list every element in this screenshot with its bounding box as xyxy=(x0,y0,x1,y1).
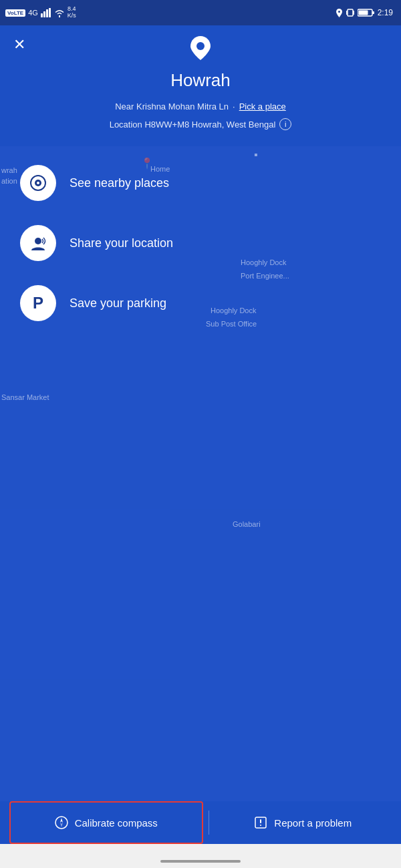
actions-panel: See nearby places Share your location xyxy=(0,146,401,340)
parking-icon-circle: P xyxy=(20,285,56,321)
svg-rect-1 xyxy=(43,11,45,17)
svg-point-14 xyxy=(37,182,39,184)
volte-badge: VoLTE xyxy=(5,9,25,17)
signal-icon xyxy=(41,8,51,17)
network-speed: 8.4K/s xyxy=(68,6,76,19)
svg-point-4 xyxy=(338,11,340,13)
report-problem-button[interactable]: Report a problem xyxy=(215,801,392,844)
svg-rect-5 xyxy=(348,9,353,16)
svg-rect-3 xyxy=(49,8,51,17)
action-share[interactable]: Share your location xyxy=(0,213,401,273)
status-left: VoLTE 4G 8.4K/s xyxy=(5,6,76,19)
status-right: 2:19 xyxy=(336,8,393,17)
map-label-sansar: Sansar Market xyxy=(1,393,49,401)
nearby-label: See nearby places xyxy=(70,176,169,190)
location-pin-icon xyxy=(190,36,211,65)
svg-rect-2 xyxy=(46,9,48,17)
status-bar: VoLTE 4G 8.4K/s xyxy=(0,0,401,25)
location-status-icon xyxy=(336,9,343,17)
close-button[interactable]: ✕ xyxy=(13,36,25,53)
svg-marker-18 xyxy=(60,823,63,827)
action-parking[interactable]: P Save your parking xyxy=(0,273,401,333)
share-icon-circle xyxy=(20,225,56,261)
battery-icon xyxy=(358,8,375,17)
header-panel: ✕ Howrah Near Krishna Mohan Mitra Ln · P… xyxy=(0,25,401,146)
city-name: Howrah xyxy=(170,70,231,91)
svg-point-15 xyxy=(35,238,41,244)
svg-rect-9 xyxy=(372,11,374,14)
bottom-divider xyxy=(209,811,209,835)
map-label-golabari: Golabari xyxy=(233,520,261,528)
svg-rect-21 xyxy=(260,825,261,826)
map-section: wrah ation Home 📍 ▪ Hooghly Dock Port En… xyxy=(0,146,401,837)
share-label: Share your location xyxy=(70,236,173,250)
bottom-bar: Calibrate compass Report a problem xyxy=(0,801,401,844)
vibrate-icon xyxy=(346,8,355,17)
svg-rect-6 xyxy=(346,11,348,15)
calibrate-compass-button[interactable]: Calibrate compass xyxy=(9,801,203,844)
compass-icon xyxy=(55,816,68,829)
time-display: 2:19 xyxy=(378,8,393,17)
dot-separator: · xyxy=(233,101,235,112)
address-row: Near Krishna Mohan Mitra Ln · Pick a pla… xyxy=(13,101,388,112)
home-bar xyxy=(160,860,241,863)
map-overlay: wrah ation Home 📍 ▪ Hooghly Dock Port En… xyxy=(0,146,401,837)
nearby-icon xyxy=(29,174,47,192)
svg-rect-0 xyxy=(41,13,43,17)
network-indicator: 4G xyxy=(28,9,38,17)
header-center: Howrah xyxy=(13,36,388,91)
svg-marker-17 xyxy=(60,818,63,823)
report-label: Report a problem xyxy=(274,817,352,829)
action-nearby[interactable]: See nearby places xyxy=(0,153,401,213)
calibrate-label: Calibrate compass xyxy=(75,817,158,829)
address-text: Near Krishna Mohan Mitra Ln xyxy=(115,101,229,112)
svg-rect-7 xyxy=(353,11,354,15)
parking-icon: P xyxy=(33,294,43,312)
info-icon[interactable]: i xyxy=(279,118,291,130)
wifi-icon xyxy=(54,9,65,17)
svg-point-11 xyxy=(196,42,205,50)
location-code-row: Location H8WW+M8 Howrah, West Bengal i xyxy=(13,118,388,130)
location-code-text: Location H8WW+M8 Howrah, West Bengal xyxy=(110,120,276,130)
nearby-icon-circle xyxy=(20,165,56,201)
share-location-icon xyxy=(29,234,47,252)
svg-rect-10 xyxy=(358,11,368,15)
svg-rect-20 xyxy=(260,819,261,823)
report-icon xyxy=(254,816,267,829)
parking-label: Save your parking xyxy=(70,296,166,310)
pick-place-link[interactable]: Pick a place xyxy=(239,101,286,112)
